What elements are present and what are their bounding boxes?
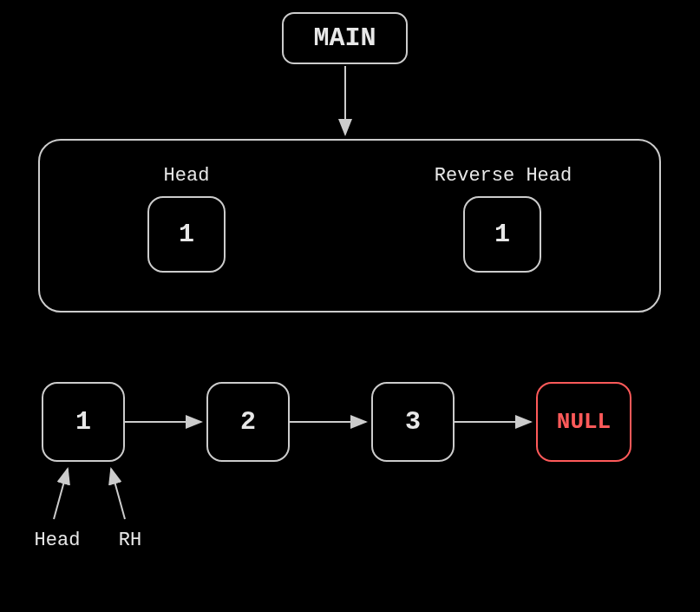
svg-line-6 [111,469,125,519]
list-node-3-value: 3 [405,407,421,437]
head-label: Head [152,165,221,187]
list-node-null: NULL [536,382,631,462]
list-node-3: 3 [371,382,455,462]
list-node-1: 1 [42,382,125,462]
pointer-head-label: Head [28,530,87,551]
list-node-2-value: 2 [240,407,256,437]
main-box: MAIN [282,12,408,64]
list-node-2: 2 [206,382,290,462]
reverse-head-label: Reverse Head [416,165,590,187]
svg-line-5 [54,469,68,519]
reverse-head-box: 1 [463,196,541,273]
head-value: 1 [179,220,194,249]
reverse-head-value: 1 [494,220,510,249]
pointer-rh-label: RH [109,530,151,551]
list-node-null-value: NULL [557,409,611,435]
list-node-1-value: 1 [75,407,91,437]
main-label: MAIN [313,23,376,53]
head-box: 1 [147,196,226,273]
